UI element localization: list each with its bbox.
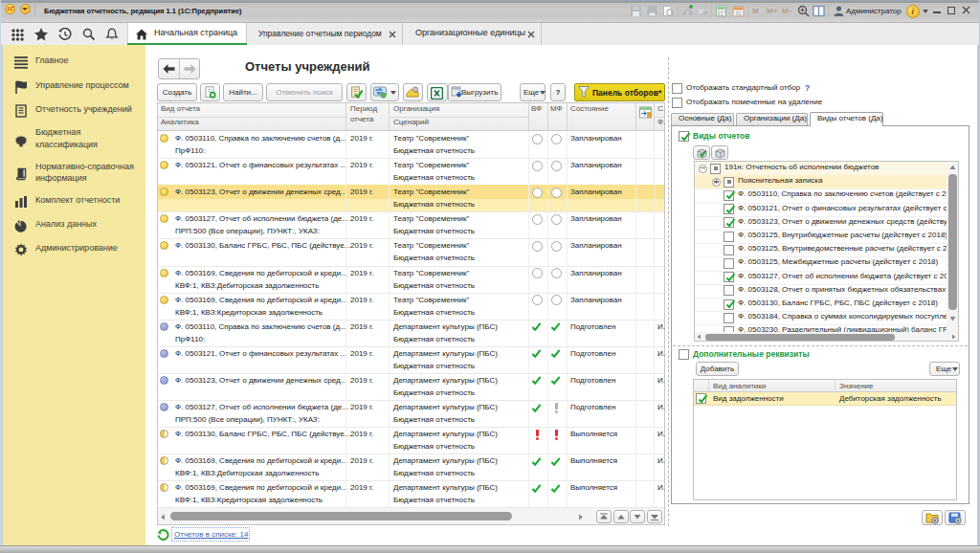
- svg-text:31: 31: [735, 11, 742, 16]
